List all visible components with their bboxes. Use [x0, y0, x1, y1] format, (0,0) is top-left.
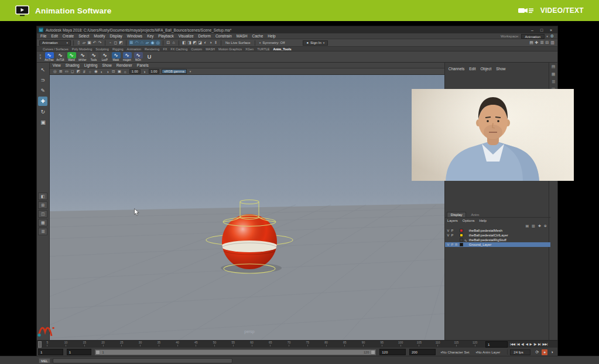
layer-color-swatch[interactable] — [460, 233, 463, 237]
new-layer-from-selected-icon[interactable]: ⊕ — [544, 224, 547, 228]
shelf-button-locp[interactable]: ∿ LocP — [100, 52, 110, 62]
menu-item[interactable]: Deform — [198, 34, 211, 38]
maya-titlebar[interactable]: M Autodesk Maya 2018: C:/Users/Rusty/Doc… — [37, 26, 557, 33]
four-pane-layout-icon[interactable]: ⊞ — [38, 201, 47, 209]
channel-box-menu-item[interactable]: Edit — [469, 67, 475, 71]
animation-preferences-icon[interactable]: ◑ — [549, 349, 555, 355]
shelf-button-arctrac[interactable]: ∿ ArcTrac — [44, 52, 54, 62]
wireframe-icon[interactable]: ◐ — [99, 70, 105, 74]
exposure-value[interactable]: 1.00 — [129, 69, 141, 74]
undo-icon[interactable]: ↶ — [92, 40, 97, 46]
channel-box-menu-item[interactable]: Channels — [449, 67, 464, 71]
timeline-track[interactable]: 5101520253035404550556065707580859095100… — [37, 341, 485, 348]
exposure-icon[interactable]: ☼ — [122, 70, 128, 74]
mel-command-input[interactable] — [53, 358, 232, 363]
snap-to-curve-icon[interactable]: ◠ — [134, 40, 139, 46]
workspace-selector[interactable]: Animation — [521, 34, 545, 39]
layer-editor-menu-item[interactable]: Options — [463, 219, 475, 222]
play-forwards-button[interactable]: ▶ — [529, 342, 532, 346]
menu-item[interactable]: MASH — [237, 34, 248, 38]
shelf-tab[interactable]: Curves / Surfaces — [43, 47, 69, 51]
layer-color-swatch[interactable] — [460, 243, 463, 246]
channel-box-menu-item[interactable]: Object — [480, 67, 491, 71]
layer-editor-menu-item[interactable]: Help — [480, 219, 487, 222]
channel-box-menu-item[interactable]: Show — [496, 67, 505, 71]
select-tool-icon[interactable]: ↖ — [38, 65, 47, 74]
shaded-mode-icon[interactable]: ◑ — [105, 70, 111, 74]
select-by-object-icon[interactable]: ◻ — [113, 40, 118, 46]
snap-to-projected-center-icon[interactable]: ▱ — [145, 40, 150, 46]
range-start-handle[interactable] — [95, 350, 100, 355]
layer-visibility-toggle[interactable]: V — [446, 233, 450, 237]
gate-mask-icon[interactable]: ◩ — [76, 69, 81, 74]
shelf-tab[interactable]: FX — [163, 47, 167, 51]
menu-item[interactable]: Help — [268, 34, 275, 38]
snap-to-point-icon[interactable]: ∴ — [139, 40, 145, 46]
animation-end-field[interactable]: 200 — [409, 349, 436, 355]
select-by-component-icon[interactable]: ◩ — [118, 40, 124, 46]
shelf-button-tools[interactable]: ∿ Tools — [88, 52, 99, 62]
viewport-menu-item[interactable]: Renderer — [117, 63, 132, 67]
viewport-canvas[interactable]: persp — [50, 75, 444, 340]
panel-layout-menu-icon[interactable]: ☰ — [38, 228, 47, 235]
menu-item[interactable]: Cache — [252, 34, 263, 38]
move-tool-icon[interactable]: ✚ — [38, 97, 47, 106]
attribute-editor-tab-icon[interactable]: ▤ — [552, 64, 556, 69]
menu-item[interactable]: Key — [147, 34, 153, 38]
make-live-icon[interactable]: ◎ — [155, 40, 160, 46]
snap-to-grid-icon[interactable]: ⊞ — [129, 40, 134, 46]
channel-box-tab-icon[interactable]: ☰ — [552, 80, 555, 84]
safe-action-icon[interactable]: ○ — [87, 70, 93, 74]
menu-set-selector[interactable]: Animation▾ — [39, 40, 71, 46]
lighting-toggle-icon[interactable]: ▣ — [117, 69, 122, 74]
minimize-button[interactable]: – — [528, 28, 537, 32]
shelf-tab[interactable]: Animation — [127, 47, 141, 51]
pause-viewport-icon[interactable]: ‖ — [213, 40, 218, 46]
shelf-button-ant18[interactable]: ∿ AnT18 — [55, 52, 66, 62]
gamma-icon[interactable]: ◑ — [142, 70, 148, 74]
attribute-editor-toggle-icon[interactable]: ▤ — [529, 40, 534, 46]
select-camera-icon[interactable]: ◎ — [52, 69, 58, 74]
safe-title-icon[interactable]: ◉ — [93, 69, 99, 74]
shelf-tab[interactable]: Sculpting — [95, 47, 109, 51]
shelf-tab[interactable]: Motion Graphics — [218, 47, 242, 51]
menu-item[interactable]: Modify — [94, 34, 105, 38]
gamma-value[interactable]: 1.00 — [149, 69, 160, 74]
layer-playback-toggle[interactable]: P — [450, 233, 454, 237]
shelf-tab[interactable]: Anim_Tools — [273, 47, 291, 51]
shelf-tab[interactable]: FX Caching — [170, 47, 187, 51]
current-time-indicator[interactable] — [38, 341, 42, 348]
character-controls-toggle-icon[interactable]: ▥ — [550, 40, 555, 46]
step-forward-frame-button[interactable]: ▶| — [538, 342, 541, 346]
shelf-tab[interactable]: MASH — [206, 47, 215, 51]
shelf-button-mask[interactable]: ∿ Mask — [111, 52, 121, 62]
layer-row-pedestalrigstuff[interactable]: ∿ theBall:pedestalRigStuff — [445, 238, 550, 242]
viewport-menu-item[interactable]: Panels — [137, 63, 149, 67]
layer-color-swatch[interactable] — [460, 238, 463, 242]
rotate-tool-icon[interactable]: ↻ — [38, 107, 47, 116]
sign-in-button[interactable]: ● Sign In ▾ — [303, 40, 328, 46]
menu-item[interactable]: Constrain — [215, 34, 232, 38]
field-chart-icon[interactable]: # — [81, 70, 87, 74]
film-gate-icon[interactable]: ▭ — [64, 69, 70, 74]
lasso-select-tool-icon[interactable]: ⊃ — [38, 75, 47, 85]
shelf-button-wand[interactable]: ∿ Wand — [66, 52, 77, 62]
ipr-render-icon[interactable]: ◩ — [192, 40, 197, 46]
shelf-tab[interactable]: Custom — [191, 47, 202, 51]
textured-mode-icon[interactable]: ⊡ — [111, 69, 117, 74]
paint-select-tool-icon[interactable]: ✎ — [38, 86, 47, 95]
layer-visibility-toggle[interactable]: V — [446, 229, 450, 232]
auto-keyframe-icon[interactable]: ● — [542, 349, 548, 355]
menu-item[interactable]: File — [40, 34, 46, 38]
new-empty-layer-icon[interactable]: ✚ — [538, 224, 541, 228]
step-back-frame-button[interactable]: |◀ — [516, 342, 519, 346]
select-by-hierarchy-icon[interactable]: ▫ — [108, 40, 113, 46]
shelf-button-fbon[interactable]: ∿ fbOn — [133, 52, 143, 62]
construction-history-icon[interactable]: ⊡ — [166, 40, 171, 46]
new-scene-icon[interactable]: ▯ — [76, 40, 81, 46]
symmetry-selector[interactable]: Symmetry: Off — [262, 41, 285, 44]
step-back-key-button[interactable]: ◀| — [521, 342, 524, 346]
layer-tab-anim[interactable]: Anim — [467, 212, 482, 217]
playback-start-field[interactable]: 1 — [67, 349, 92, 355]
tool-settings-tab-icon[interactable]: ▦ — [552, 72, 556, 77]
